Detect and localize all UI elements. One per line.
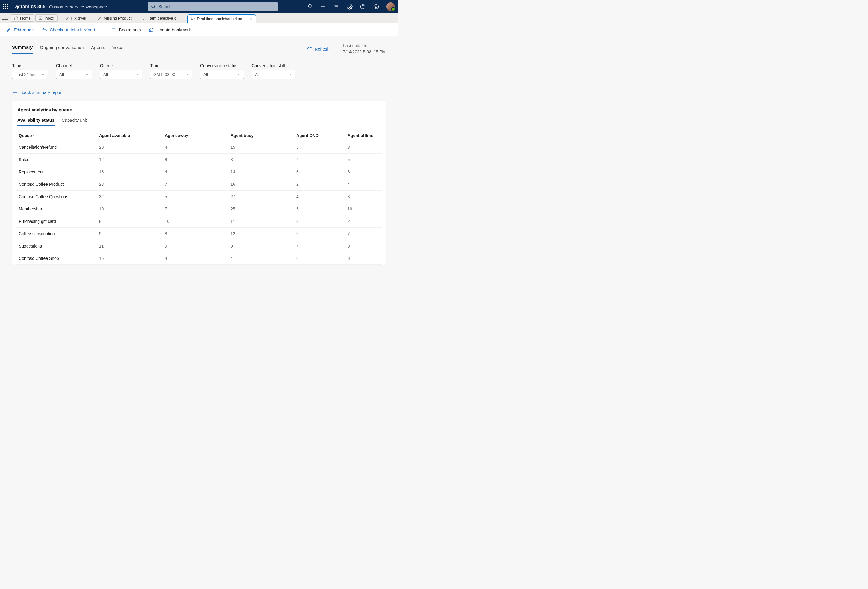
filter-value: All xyxy=(59,72,64,77)
table-row[interactable]: Cancellation/Refund2041553 xyxy=(16,141,382,153)
cell-value: 16 xyxy=(228,178,294,191)
cell-queue: Contoso Coffee Questions xyxy=(16,191,97,203)
cell-value: 4 xyxy=(294,191,345,203)
cell-queue: Purchasing gift card xyxy=(16,215,97,228)
site-map-toggle[interactable] xyxy=(2,15,9,21)
col-agent-offline[interactable]: Agent offline xyxy=(345,130,382,141)
filter-value: All xyxy=(255,72,260,77)
chevron-down-icon xyxy=(237,72,241,76)
cell-value: 5 xyxy=(294,141,345,153)
cell-queue: Cancellation/Refund xyxy=(16,141,97,153)
user-avatar[interactable] xyxy=(387,2,395,11)
cell-value: 12 xyxy=(228,228,294,240)
agent-analytics-card: Agent analytics by queue Availability st… xyxy=(12,101,386,265)
cell-value: 20 xyxy=(97,141,162,153)
tab-inbox-label: Inbox xyxy=(44,16,54,21)
filter-skill-select[interactable]: All xyxy=(252,70,295,79)
table-row[interactable]: Membership10725510 xyxy=(16,203,382,215)
edit-report-button[interactable]: Edit report xyxy=(6,27,34,32)
col-agent-away[interactable]: Agent away xyxy=(162,130,228,141)
cell-value: 5 xyxy=(162,191,228,203)
tab-realtime-omnichannel[interactable]: Real time omnichannel an... ✕ xyxy=(187,15,256,23)
update-bookmark-button[interactable]: Update bookmark xyxy=(149,27,191,32)
svg-point-7 xyxy=(349,6,350,7)
cell-queue: Suggestions xyxy=(16,240,97,252)
add-icon[interactable] xyxy=(320,4,326,10)
filter-status-select[interactable]: All xyxy=(200,70,244,79)
filter-time-select[interactable]: Last 24 hrs xyxy=(12,70,48,79)
filter-skill-label: Conversation skill xyxy=(252,63,295,68)
table-row[interactable]: Coffee subscription981267 xyxy=(16,228,382,240)
cell-value: 14 xyxy=(228,166,294,178)
pencil-icon xyxy=(6,27,12,32)
app-launcher-icon[interactable] xyxy=(3,4,9,10)
svg-point-10 xyxy=(374,4,379,9)
table-row[interactable]: Purchasing gift card8101132 xyxy=(16,215,382,228)
cell-value: 2 xyxy=(294,153,345,166)
col-agent-dnd[interactable]: Agent DND xyxy=(294,130,345,141)
tab-ongoing-conversation[interactable]: Ongoing conversation xyxy=(40,45,84,53)
cell-value: 11 xyxy=(97,240,162,252)
table-row[interactable]: Contoso Coffee Product2371624 xyxy=(16,178,382,191)
bookmarks-icon xyxy=(111,27,117,32)
col-queue[interactable]: Queue xyxy=(16,130,97,141)
cell-value: 25 xyxy=(228,203,294,215)
cell-value: 4 xyxy=(345,178,382,191)
bookmarks-button[interactable]: Bookmarks xyxy=(111,27,141,32)
cell-value: 27 xyxy=(228,191,294,203)
table-row[interactable]: Contoso Coffee Questions3252748 xyxy=(16,191,382,203)
report-view-tabs: Summary Ongoing conversation Agents Voic… xyxy=(12,43,386,55)
refresh-label: Refresh xyxy=(314,47,329,52)
product-brand: Dynamics 365 xyxy=(13,4,46,9)
cell-value: 15 xyxy=(228,141,294,153)
tab-home[interactable]: Home xyxy=(11,15,34,22)
refresh-button[interactable]: Refresh xyxy=(307,46,329,52)
cell-value: 10 xyxy=(162,215,228,228)
checkout-report-button[interactable]: Checkout default report xyxy=(42,27,95,32)
col-agent-busy[interactable]: Agent busy xyxy=(228,130,294,141)
global-search[interactable]: Search xyxy=(148,2,278,11)
subtab-capacity-unit[interactable]: Capacity unit xyxy=(62,118,87,126)
chevron-down-icon xyxy=(185,72,189,76)
cell-value: 15 xyxy=(97,252,162,265)
table-row[interactable]: Sales128825 xyxy=(16,153,382,166)
settings-icon[interactable] xyxy=(347,4,353,10)
filter-icon[interactable] xyxy=(333,4,340,10)
cell-value: 10 xyxy=(345,203,382,215)
chevron-down-icon xyxy=(85,72,89,76)
cell-value: 4 xyxy=(228,252,294,265)
table-row[interactable]: Contoso Coffee Shop154483 xyxy=(16,252,382,265)
col-agent-available[interactable]: Agent available xyxy=(97,130,162,141)
lightbulb-icon[interactable] xyxy=(307,4,313,10)
back-summary-link[interactable]: back summary report xyxy=(12,90,386,95)
subtab-availability[interactable]: Availability status xyxy=(18,118,55,126)
feedback-icon[interactable] xyxy=(373,4,379,10)
tab-missing-product[interactable]: Missing Product xyxy=(94,15,135,22)
arrow-left-icon xyxy=(12,90,18,95)
tab-fix-dryer[interactable]: Fix dryer xyxy=(62,15,90,22)
cell-value: 6 xyxy=(345,166,382,178)
cell-value: 7 xyxy=(162,178,228,191)
tab-voice[interactable]: Voice xyxy=(112,45,124,53)
cell-value: 4 xyxy=(162,166,228,178)
refresh-icon xyxy=(307,46,312,52)
filter-queue-select[interactable]: All xyxy=(100,70,142,79)
filter-timezone-select[interactable]: GMT -08:00 xyxy=(150,70,192,79)
home-icon xyxy=(14,16,18,20)
cell-value: 11 xyxy=(228,215,294,228)
help-icon[interactable] xyxy=(360,4,366,10)
tab-item-defective[interactable]: Item defective o... xyxy=(140,15,183,22)
filter-channel-select[interactable]: All xyxy=(56,70,92,79)
close-tab-icon[interactable]: ✕ xyxy=(249,16,252,21)
table-row[interactable]: Suggestions119979 xyxy=(16,240,382,252)
tab-inbox[interactable]: Inbox xyxy=(35,15,58,22)
cell-value: 5 xyxy=(345,153,382,166)
filter-queue-label: Queue xyxy=(100,63,142,68)
cell-value: 12 xyxy=(97,153,162,166)
tab-agents[interactable]: Agents xyxy=(91,45,105,53)
cell-queue: Sales xyxy=(16,153,97,166)
table-row[interactable]: Replacement1641466 xyxy=(16,166,382,178)
tab-summary[interactable]: Summary xyxy=(12,44,32,54)
cell-value: 4 xyxy=(162,141,228,153)
refresh-icon xyxy=(149,27,154,32)
